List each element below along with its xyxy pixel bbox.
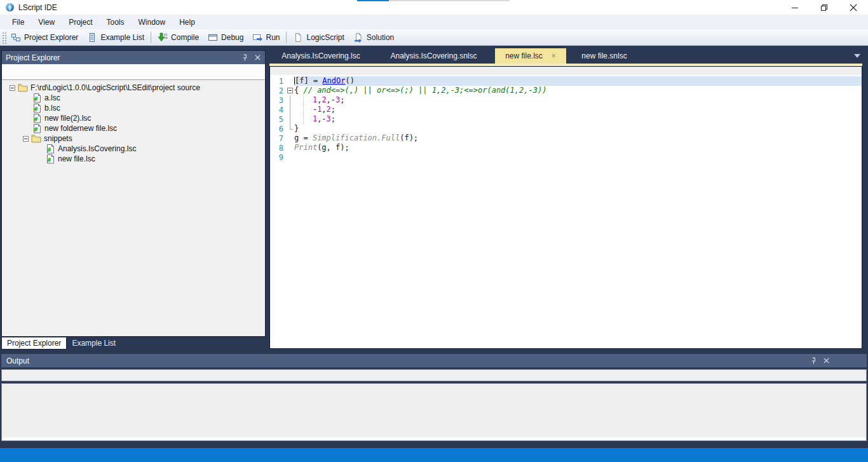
tree-item-label: snippets xyxy=(44,134,72,143)
collapse-expander-icon[interactable] xyxy=(10,85,15,91)
fold-margin xyxy=(287,114,294,124)
indent-guide xyxy=(303,114,304,124)
logicscript-button[interactable]: LogicScript xyxy=(288,31,348,44)
toolbar-button-label: Solution xyxy=(367,33,394,42)
code-line[interactable]: 2{ // and<=>(,) || or<=>(;) || 1,2,-3;<=… xyxy=(270,86,862,95)
close-button[interactable] xyxy=(839,0,868,15)
output-title: Output xyxy=(6,357,29,365)
lsc-file-icon: # xyxy=(45,144,55,153)
code-token: 3 xyxy=(327,114,331,123)
project-explorer-panel: Project Explorer F:\rd\Logic\1.0.0\Logic… xyxy=(1,50,266,337)
fold-collapse-icon[interactable] xyxy=(287,88,293,93)
panel-tab-project-explorer[interactable]: Project Explorer xyxy=(1,337,67,350)
line-number: 9 xyxy=(270,153,287,162)
editor-frame: 1[f] = AndOr()2{ // and<=>(,) || or<=>(;… xyxy=(269,66,862,349)
tree-item-label: new file(2).lsc xyxy=(44,114,91,123)
code-editor[interactable]: 1[f] = AndOr()2{ // and<=>(,) || or<=>(;… xyxy=(270,75,862,348)
minimize-button[interactable] xyxy=(780,0,810,15)
output-input-row[interactable] xyxy=(1,369,867,381)
tree-item-file[interactable]: #a.lsc xyxy=(2,93,265,103)
code-line[interactable]: 8Print(g, f); xyxy=(270,143,862,153)
run-button[interactable]: Run xyxy=(248,31,284,44)
toolbar-button-label: Debug xyxy=(221,33,243,42)
close-panel-icon[interactable] xyxy=(254,54,261,61)
collapse-expander-icon[interactable] xyxy=(23,136,29,142)
tab-close-icon[interactable]: × xyxy=(552,52,556,60)
code-line[interactable]: 1[f] = AndOr() xyxy=(270,76,862,86)
lsc-file-icon: # xyxy=(32,104,42,112)
example-list-button[interactable]: Example List xyxy=(83,31,149,44)
code-token: Print xyxy=(294,143,317,152)
fold-margin xyxy=(287,95,294,105)
fold-line-end xyxy=(290,124,290,129)
tree-item-file[interactable]: #Analysis.IsCovering.lsc xyxy=(2,144,265,154)
menu-project[interactable]: Project xyxy=(62,16,99,29)
restore-button[interactable] xyxy=(810,0,839,15)
fold-line xyxy=(290,114,290,124)
folder-icon xyxy=(31,134,41,143)
fold-margin xyxy=(287,86,294,95)
toolbar-grip[interactable] xyxy=(1,31,6,44)
code-token: (g, f); xyxy=(317,143,349,152)
debug-icon xyxy=(208,32,218,43)
menu-window[interactable]: Window xyxy=(132,16,173,29)
pin-icon[interactable] xyxy=(810,357,817,365)
panel-tab-example-list[interactable]: Example List xyxy=(67,337,121,350)
code-line[interactable]: 5 1,-3; xyxy=(270,114,862,124)
window-controls xyxy=(780,0,868,15)
menu-tools[interactable]: Tools xyxy=(100,16,132,29)
document-tab[interactable]: new file.snlsc xyxy=(566,48,642,64)
close-panel-icon[interactable] xyxy=(823,357,830,364)
menu-view[interactable]: View xyxy=(31,16,62,29)
output-content-area[interactable] xyxy=(1,383,867,441)
example-list-icon xyxy=(87,32,97,43)
code-token: () xyxy=(345,76,354,85)
line-number: 2 xyxy=(270,86,287,95)
code-line[interactable]: 3 1,2,-3; xyxy=(270,95,862,105)
project-explorer-button[interactable]: Project Explorer xyxy=(6,31,83,44)
tree-item-file[interactable]: #new file.lsc xyxy=(2,154,265,164)
tree-item-file[interactable]: #new foldernew file.lsc xyxy=(2,123,265,133)
toolbar-button-label: Compile xyxy=(171,33,199,42)
folder-icon xyxy=(18,83,28,92)
code-line[interactable]: 6} xyxy=(270,124,862,133)
debug-button[interactable]: Debug xyxy=(203,31,248,44)
tree-item-file[interactable]: #new file(2).lsc xyxy=(2,113,265,123)
document-tab[interactable]: Analysis.IsCovering.snlsc xyxy=(372,48,495,64)
pin-icon[interactable] xyxy=(241,54,248,62)
lsc-file-icon: # xyxy=(32,93,42,102)
toolbar-button-label: Project Explorer xyxy=(24,33,78,42)
code-line-text: 1,-3; xyxy=(294,114,862,124)
tree-item-label: new file.lsc xyxy=(58,154,95,163)
lsc-file-icon: # xyxy=(32,124,42,133)
menu-help[interactable]: Help xyxy=(172,16,202,29)
svg-text:#: # xyxy=(34,116,38,122)
code-token: - xyxy=(294,105,317,114)
tree-item-file[interactable]: #b.lsc xyxy=(2,103,265,113)
svg-text:#: # xyxy=(34,105,38,112)
restore-icon xyxy=(820,4,828,11)
tree-item-folder[interactable]: F:\rd\Logic\1.0.0\LogicScript\LSEdit\pro… xyxy=(2,83,265,93)
code-token: // and<=>(,) || or<=>(;) || 1,2,-3;<=>or… xyxy=(303,86,546,95)
code-token: [f] = xyxy=(295,76,322,85)
fold-margin xyxy=(287,143,294,153)
code-line-text: { // and<=>(,) || or<=>(;) || 1,2,-3;<=>… xyxy=(294,86,862,95)
document-tab[interactable]: Analysis.IsCovering.lsc xyxy=(269,48,372,64)
code-line[interactable]: 9 xyxy=(270,153,862,162)
menu-file[interactable]: File xyxy=(5,16,31,29)
app-logo-icon xyxy=(5,3,15,12)
top-edge-artifact-gray xyxy=(389,0,510,1)
code-token: ; xyxy=(340,95,344,104)
compile-button[interactable]: 0110Compile xyxy=(153,31,203,44)
document-tab-active[interactable]: new file.lsc× xyxy=(495,48,566,64)
tree-item-label: a.lsc xyxy=(44,93,60,102)
code-line[interactable]: 7g = Simplification.Full(f); xyxy=(270,133,862,143)
solution-button[interactable]: Solution xyxy=(349,31,398,44)
code-token: AndOr xyxy=(322,76,345,85)
code-line-text: 1,2,-3; xyxy=(294,95,862,105)
code-line[interactable]: 4 -1,2; xyxy=(270,105,862,114)
tab-list-dropdown-icon[interactable] xyxy=(854,54,860,58)
tree-item-folder[interactable]: snippets xyxy=(2,133,265,144)
window-title: LScript IDE xyxy=(18,3,57,12)
line-number: 4 xyxy=(270,105,287,114)
